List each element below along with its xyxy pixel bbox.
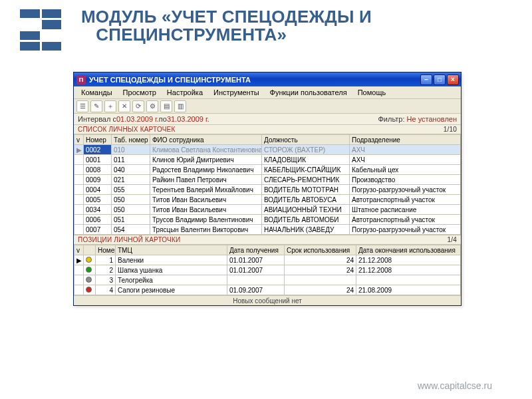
cell-num[interactable]: 0004 [84, 185, 112, 195]
table-row[interactable]: ▶0002010Климова Светлана КонстантиновнаС… [74, 145, 461, 155]
cell-tab[interactable]: 010 [112, 145, 150, 155]
minimize-button[interactable]: – [420, 74, 432, 85]
cell-num[interactable]: 3 [96, 275, 116, 285]
table-row[interactable]: 0034050Титов Иван ВасильевичАВИАЦИОННЫЙ … [74, 205, 461, 215]
pcol-d1[interactable]: Дата получения [227, 245, 285, 255]
pcol-d2[interactable]: Дата окончания использования [356, 245, 461, 255]
toolbar-button[interactable]: ☰ [76, 100, 88, 112]
table-row[interactable]: 0006051Трусов Владимир ВалентиновичВОДИТ… [74, 215, 461, 225]
cell-dep[interactable]: Штатное расписание [350, 205, 461, 215]
cell-dep[interactable]: Автотранспортный участок [350, 215, 461, 225]
cell-pos[interactable]: ВОДИТЕЛЬ АВТОБУСА [262, 195, 350, 205]
toolbar-button[interactable]: ▤ [160, 100, 172, 112]
toolbar-button[interactable]: ✕ [118, 100, 130, 112]
cell-term[interactable]: 24 [285, 265, 356, 275]
menu-commands[interactable]: Команды [76, 88, 117, 97]
cell-pos[interactable]: СЛЕСАРЬ-РЕМОНТНИК [262, 175, 350, 185]
cell-num[interactable]: 0006 [84, 215, 112, 225]
cell-tmc[interactable]: Шапка ушанка [116, 265, 227, 275]
cell-num[interactable]: 0002 [84, 145, 112, 155]
cell-num[interactable]: 0005 [84, 195, 112, 205]
toolbar-button[interactable]: ✎ [90, 100, 102, 112]
cell-fio[interactable]: Райкин Павел Петрович [150, 175, 262, 185]
table-row[interactable]: 2Шапка ушанка01.01.20072421.12.2008 [74, 265, 461, 275]
pcol-term[interactable]: Срок использования [285, 245, 356, 255]
cell-date-received[interactable]: 01.09.2007 [227, 285, 285, 295]
menu-view[interactable]: Просмотр [118, 88, 161, 97]
interval-from[interactable]: 01.03.2009 г. [116, 115, 159, 123]
cell-pos[interactable]: АВИАЦИОННЫЙ ТЕХНИ [262, 205, 350, 215]
cell-fio[interactable]: Трясцын Валентин Викторович [150, 225, 262, 235]
menu-userfunc[interactable]: Функции пользователя [265, 88, 352, 97]
toolbar-button[interactable]: ⟳ [132, 100, 144, 112]
cell-date-end[interactable]: 21.12.2008 [356, 265, 461, 275]
titlebar[interactable]: П УЧЕТ СПЕЦОДЕЖДЫ И СПЕЦИНСТРУМЕНТА – □ … [74, 72, 461, 86]
table-row[interactable]: 0004055Терентьев Валерий МихайловичВОДИТ… [74, 185, 461, 195]
table-row[interactable]: 0005050Титов Иван ВасильевичВОДИТЕЛЬ АВТ… [74, 195, 461, 205]
cell-pos[interactable]: СТОРОЖ (ВАХТЕР) [262, 145, 350, 155]
table-row[interactable]: 4Сапоги резиновые01.09.20072421.08.2009 [74, 285, 461, 295]
interval-to[interactable]: 31.03.2009 г. [167, 115, 209, 123]
cell-term[interactable]: 24 [285, 285, 356, 295]
cell-fio[interactable]: Климова Светлана Константиновна [150, 145, 262, 155]
cell-date-end[interactable]: 21.12.2008 [356, 255, 461, 265]
cell-dep[interactable]: АХЧ [350, 155, 461, 165]
toolbar-button[interactable]: ⚙ [146, 100, 158, 112]
pcol-tmc[interactable]: ТМЦ [116, 245, 227, 255]
cell-tab[interactable]: 040 [112, 165, 150, 175]
cell-date-end[interactable] [356, 275, 461, 285]
table-row[interactable]: 3Телогрейка [74, 275, 461, 285]
cell-fio[interactable]: Радостев Владимир Николаевич [150, 165, 262, 175]
menu-settings[interactable]: Настройка [162, 88, 207, 97]
table-row[interactable]: 0001011Клинов Юрий ДмитриевичКЛАДОВЩИКАХ… [74, 155, 461, 165]
cell-dep[interactable]: Погрузо-разгрузочный участок [350, 225, 461, 235]
cell-fio[interactable]: Клинов Юрий Дмитриевич [150, 155, 262, 165]
filter-value[interactable]: Не установлен [407, 115, 457, 123]
cell-fio[interactable]: Титов Иван Васильевич [150, 195, 262, 205]
toolbar-button[interactable]: ▥ [174, 100, 186, 112]
cell-fio[interactable]: Трусов Владимир Валентинович [150, 215, 262, 225]
cell-num[interactable]: 0034 [84, 205, 112, 215]
cell-num[interactable]: 0001 [84, 155, 112, 165]
cell-num[interactable]: 1 [96, 255, 116, 265]
cell-pos[interactable]: НАЧАЛЬНИК (ЗАВЕДУ [262, 225, 350, 235]
cell-num[interactable]: 2 [96, 265, 116, 275]
positions-grid[interactable]: v Номер ТМЦ Дата получения Срок использо… [74, 245, 461, 295]
pcol-v[interactable]: v [74, 245, 84, 255]
cell-num[interactable]: 0008 [84, 165, 112, 175]
cell-date-end[interactable]: 21.08.2009 [356, 285, 461, 295]
cell-tab[interactable]: 054 [112, 225, 150, 235]
cell-term[interactable] [285, 275, 356, 285]
cell-num[interactable]: 4 [96, 285, 116, 295]
cell-pos[interactable]: КЛАДОВЩИК [262, 155, 350, 165]
cell-tmc[interactable]: Телогрейка [116, 275, 227, 285]
cell-pos[interactable]: КАБЕЛЬЩИК-СПАЙЩИК [262, 165, 350, 175]
cell-tab[interactable]: 021 [112, 175, 150, 185]
col-fio[interactable]: ФИО сотрудника [150, 135, 262, 145]
cell-dep[interactable]: Производство [350, 175, 461, 185]
menu-tools[interactable]: Инструменты [209, 88, 264, 97]
pcol-num[interactable]: Номер [96, 245, 116, 255]
maximize-button[interactable]: □ [434, 74, 446, 85]
cell-term[interactable]: 24 [285, 255, 356, 265]
cards-grid[interactable]: v Номер Таб. номер ФИО сотрудника Должно… [74, 134, 461, 235]
table-row[interactable]: 0008040Радостев Владимир НиколаевичКАБЕЛ… [74, 165, 461, 175]
cell-dep[interactable]: Автотранспортный участок [350, 195, 461, 205]
cell-fio[interactable]: Терентьев Валерий Михайлович [150, 185, 262, 195]
col-pos[interactable]: Должность [262, 135, 350, 145]
cell-tmc[interactable]: Сапоги резиновые [116, 285, 227, 295]
cell-fio[interactable]: Титов Иван Васильевич [150, 205, 262, 215]
cell-num[interactable]: 0007 [84, 225, 112, 235]
cell-pos[interactable]: ВОДИТЕЛЬ МОТОТРАН [262, 185, 350, 195]
table-row[interactable]: 0007054Трясцын Валентин ВикторовичНАЧАЛЬ… [74, 225, 461, 235]
cards-header-row[interactable]: v Номер Таб. номер ФИО сотрудника Должно… [74, 135, 461, 145]
close-button[interactable]: × [447, 74, 459, 85]
cell-date-received[interactable] [227, 275, 285, 285]
cell-date-received[interactable]: 01.01.2007 [227, 265, 285, 275]
positions-header-row[interactable]: v Номер ТМЦ Дата получения Срок использо… [74, 245, 461, 255]
cell-tab[interactable]: 051 [112, 215, 150, 225]
pcol-status[interactable] [84, 245, 96, 255]
col-v[interactable]: v [74, 135, 84, 145]
cell-tab[interactable]: 050 [112, 195, 150, 205]
cell-date-received[interactable]: 01.01.2007 [227, 255, 285, 265]
